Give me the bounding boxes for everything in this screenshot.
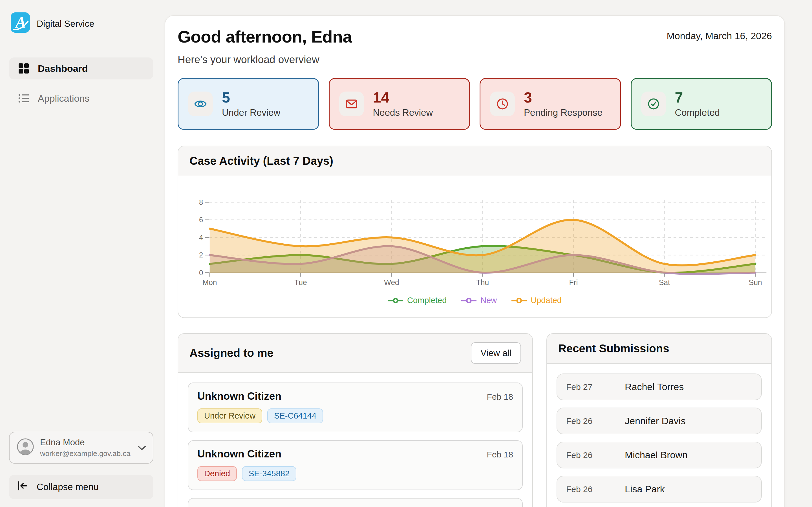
greeting-block: Good afternoon, Edna Here's your workloa…	[177, 27, 352, 66]
svg-text:Wed: Wed	[384, 278, 399, 287]
sidebar-item-label: Dashboard	[38, 63, 88, 74]
submission-date: Feb 26	[566, 450, 615, 460]
dashboard-grid-icon	[18, 63, 29, 74]
stat-card-completed[interactable]: 7 Completed	[631, 78, 772, 130]
svg-text:2: 2	[199, 251, 203, 259]
stat-text: 7 Completed	[675, 90, 720, 118]
svg-text:8: 8	[199, 198, 203, 206]
collapse-menu-label: Collapse menu	[37, 482, 99, 492]
submission-name: Rachel Torres	[625, 381, 684, 392]
clock-icon	[490, 92, 515, 116]
assigned-to-me-panel: Assigned to me View all Unknown Citizen …	[177, 333, 533, 507]
assigned-item-badges: Under Review SE-C64144	[197, 408, 513, 424]
page-title: Good afternoon, Edna	[177, 27, 352, 47]
stat-value: 3	[524, 90, 603, 105]
assigned-item-date: Feb 18	[487, 450, 513, 459]
assigned-item[interactable]: Mike Schuck Feb 24 Approved SE-B1A075	[188, 498, 523, 507]
legend-label: New	[480, 296, 497, 305]
citizen-name: Unknown Citizen	[197, 448, 282, 460]
submission-name: Lisa Park	[625, 484, 665, 495]
citizen-name: Unknown Citizen	[197, 390, 282, 402]
content-header: Good afternoon, Edna Here's your workloa…	[177, 27, 772, 66]
svg-text:6: 6	[199, 216, 203, 224]
eye-icon	[188, 92, 213, 116]
recent-submission-row[interactable]: Feb 27 Rachel Torres	[557, 374, 762, 400]
stat-text: 14 Needs Review	[373, 90, 433, 118]
main-area: Good afternoon, Edna Here's your workloa…	[165, 0, 812, 507]
assigned-list: Unknown Citizen Feb 18 Under Review SE-C…	[178, 373, 532, 507]
legend-item: Completed	[388, 296, 447, 305]
stat-value: 14	[373, 90, 433, 105]
recent-submissions-panel: Recent Submissions Feb 27 Rachel Torres …	[546, 333, 772, 507]
user-menu[interactable]: Edna Mode worker@example.gov.ab.ca	[9, 432, 153, 464]
submission-date: Feb 27	[566, 382, 615, 392]
sidebar-nav: Dashboard Applications	[9, 57, 153, 109]
stat-label: Under Review	[222, 107, 280, 118]
stat-card-pending-response[interactable]: 3 Pending Response	[479, 78, 621, 130]
user-email: worker@example.gov.ab.ca	[40, 449, 132, 458]
recent-submission-row[interactable]: Feb 26 Lisa Park	[557, 476, 762, 503]
svg-text:Sat: Sat	[659, 278, 670, 287]
sidebar: A Digital Service Dashboard	[0, 0, 165, 507]
stat-value: 5	[222, 90, 280, 105]
legend-marker-icon	[511, 297, 527, 304]
case-id-badge: SE-C64144	[267, 408, 323, 424]
svg-text:Thu: Thu	[476, 278, 489, 287]
assigned-panel-header: Assigned to me View all	[178, 334, 532, 373]
chart-body: 02468MonTueWedThuFriSatSun CompletedNewU…	[178, 176, 771, 305]
assigned-item[interactable]: Unknown Citizen Feb 18 Under Review SE-C…	[188, 383, 523, 432]
recent-panel-header: Recent Submissions	[547, 334, 771, 364]
status-badge: Denied	[197, 466, 237, 481]
chart-title: Case Activity (Last 7 Days)	[190, 155, 333, 167]
collapse-menu-button[interactable]: Collapse menu	[9, 475, 153, 499]
content-card: Good afternoon, Edna Here's your workloa…	[165, 15, 785, 507]
bottom-row: Assigned to me View all Unknown Citizen …	[177, 333, 772, 507]
assigned-item-badges: Denied SE-345882	[197, 466, 513, 481]
stat-label: Pending Response	[524, 107, 603, 118]
stat-text: 5 Under Review	[222, 90, 280, 118]
assigned-title: Assigned to me	[190, 347, 273, 359]
chart-panel-header: Case Activity (Last 7 Days)	[178, 146, 771, 176]
svg-text:Tue: Tue	[294, 278, 307, 287]
submission-date: Feb 26	[566, 416, 615, 426]
brand-logo-icon: A	[11, 12, 30, 35]
submission-name: Michael Brown	[625, 450, 688, 460]
assigned-item[interactable]: Unknown Citizen Feb 18 Denied SE-345882	[188, 440, 523, 490]
recent-submission-row[interactable]: Feb 26 Michael Brown	[557, 442, 762, 468]
svg-text:Sun: Sun	[749, 278, 762, 287]
stats-row: 5 Under Review 14 Needs Review	[177, 78, 772, 130]
page-subtitle: Here's your workload overview	[177, 54, 352, 66]
stat-card-needs-review[interactable]: 14 Needs Review	[329, 78, 470, 130]
citizen-name: Mike Schuck	[197, 506, 260, 507]
case-activity-chart: 02468MonTueWedThuFriSatSun	[178, 180, 771, 290]
submission-date: Feb 26	[566, 485, 615, 494]
assigned-item-date: Feb 18	[487, 392, 513, 402]
stat-text: 3 Pending Response	[524, 90, 603, 118]
svg-text:Mon: Mon	[202, 278, 217, 287]
svg-text:0: 0	[199, 269, 203, 277]
legend-label: Updated	[530, 296, 562, 305]
current-date: Monday, March 16, 2026	[666, 31, 772, 41]
sidebar-item-label: Applications	[38, 93, 89, 104]
svg-text:Fri: Fri	[569, 278, 578, 287]
sidebar-item-applications[interactable]: Applications	[9, 87, 153, 109]
recent-submission-row[interactable]: Feb 26 Jennifer Davis	[557, 407, 762, 434]
view-all-button[interactable]: View all	[471, 342, 521, 364]
submission-name: Jennifer Davis	[625, 415, 686, 427]
legend-item: New	[461, 296, 497, 305]
avatar	[16, 438, 35, 458]
recent-title: Recent Submissions	[558, 342, 669, 355]
stat-card-under-review[interactable]: 5 Under Review	[177, 78, 319, 130]
stat-value: 7	[675, 90, 720, 105]
brand-name: Digital Service	[37, 18, 94, 29]
chart-legend: CompletedNewUpdated	[178, 296, 771, 305]
list-icon	[18, 93, 29, 104]
chevron-down-icon[interactable]	[138, 443, 146, 453]
case-id-badge: SE-345882	[242, 466, 296, 481]
status-badge: Under Review	[197, 408, 262, 424]
sidebar-item-dashboard[interactable]: Dashboard	[9, 57, 153, 79]
brand: A Digital Service	[9, 12, 153, 35]
legend-label: Completed	[407, 296, 447, 305]
user-meta: Edna Mode worker@example.gov.ab.ca	[40, 438, 132, 458]
legend-marker-icon	[461, 297, 476, 304]
